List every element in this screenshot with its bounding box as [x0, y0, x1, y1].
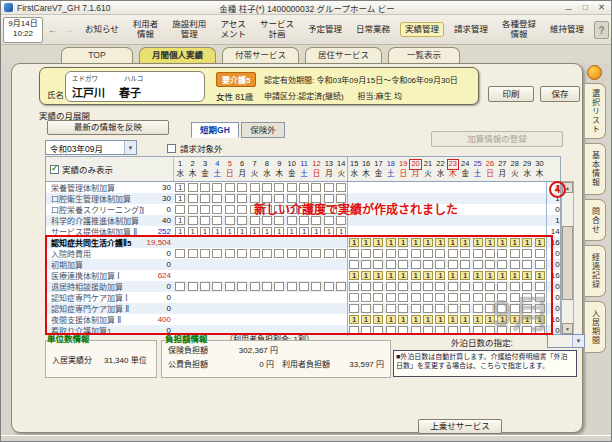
day-cell[interactable]: 1 — [448, 271, 458, 280]
day-cell[interactable]: 1 — [510, 315, 520, 324]
day-cell[interactable] — [386, 282, 396, 291]
close-button[interactable]: ✕ — [598, 2, 605, 14]
day-cell[interactable] — [373, 304, 383, 313]
day-cell[interactable] — [225, 282, 235, 291]
nav-item[interactable]: 利用者情報 — [129, 18, 163, 42]
reflect-latest-button[interactable]: 最新の情報を反映 — [47, 120, 169, 135]
day-cell[interactable] — [373, 282, 383, 291]
day-cell[interactable]: 1 — [485, 238, 495, 247]
day-cell[interactable]: 1 — [175, 227, 185, 236]
day-cell[interactable] — [535, 249, 545, 258]
day-cell[interactable]: 1 — [485, 315, 495, 324]
side-tab[interactable]: 経過記録 — [585, 245, 606, 297]
day-cell[interactable]: 1 — [535, 238, 545, 247]
day-cell[interactable] — [411, 304, 421, 313]
day-cell[interactable]: 1 — [274, 227, 284, 236]
uwanose-service-button[interactable]: 上乗せサービス — [418, 419, 502, 434]
day-cell[interactable] — [535, 282, 545, 291]
day-cell[interactable] — [386, 249, 396, 258]
day-cell[interactable]: 1 — [398, 271, 408, 280]
nav-item[interactable]: 施設利用管理 — [168, 18, 210, 42]
day-cell[interactable] — [473, 249, 483, 258]
day-cell[interactable]: 1 — [411, 271, 421, 280]
day-cell[interactable]: 1 — [435, 315, 445, 324]
nav-item[interactable]: 請求管理 — [450, 23, 492, 37]
day-cell[interactable] — [262, 282, 272, 291]
day-cell[interactable] — [497, 282, 507, 291]
day-cell[interactable] — [485, 282, 495, 291]
day-cell[interactable] — [175, 205, 185, 214]
day-cell[interactable] — [349, 293, 359, 302]
day-cell[interactable] — [398, 282, 408, 291]
day-cell[interactable] — [336, 216, 346, 225]
tab-hokengai[interactable]: 保険外 — [241, 122, 285, 138]
day-cell[interactable]: 1 — [398, 238, 408, 247]
nav-item[interactable]: お知らせ — [81, 23, 123, 37]
day-cell[interactable]: 1 — [522, 271, 532, 280]
day-cell[interactable] — [435, 260, 445, 269]
day-cell[interactable]: 1 — [497, 315, 507, 324]
day-cell[interactable] — [212, 183, 222, 192]
day-cell[interactable]: 1 — [522, 315, 532, 324]
day-cell[interactable] — [262, 216, 272, 225]
day-cell[interactable] — [361, 293, 371, 302]
day-cell[interactable] — [287, 249, 297, 258]
day-cell[interactable] — [188, 249, 198, 258]
day-cell[interactable]: 1 — [423, 315, 433, 324]
day-cell[interactable] — [510, 304, 520, 313]
day-cell[interactable] — [510, 282, 520, 291]
day-cell[interactable]: 1 — [497, 238, 507, 247]
day-cell[interactable] — [535, 326, 545, 335]
page-tab[interactable]: 付帯サービス — [222, 47, 299, 63]
day-cell[interactable] — [200, 194, 210, 203]
day-cell[interactable] — [188, 183, 198, 192]
back-arrow-icon[interactable]: ← — [48, 24, 58, 35]
day-cell[interactable] — [336, 249, 346, 258]
day-cell[interactable]: 1 — [460, 315, 470, 324]
day-cell[interactable] — [274, 249, 284, 258]
day-cell[interactable] — [386, 304, 396, 313]
day-cell[interactable] — [188, 216, 198, 225]
day-cell[interactable] — [373, 293, 383, 302]
nav-item[interactable]: 日常業務 — [352, 23, 394, 37]
maximize-button[interactable]: □ — [583, 2, 588, 14]
day-cell[interactable] — [336, 183, 346, 192]
day-cell[interactable]: 1 — [237, 227, 247, 236]
day-cell[interactable]: 1 — [373, 238, 383, 247]
day-cell[interactable] — [423, 249, 433, 258]
day-cell[interactable] — [522, 293, 532, 302]
day-cell[interactable] — [311, 249, 321, 258]
day-cell[interactable]: 1 — [448, 315, 458, 324]
day-cell[interactable]: 1 — [535, 315, 545, 324]
day-cell[interactable] — [473, 260, 483, 269]
day-cell[interactable] — [411, 326, 421, 335]
day-cell[interactable] — [287, 282, 297, 291]
day-cell[interactable] — [510, 293, 520, 302]
day-cell[interactable] — [225, 194, 235, 203]
day-cell[interactable]: 1 — [535, 271, 545, 280]
day-cell[interactable] — [535, 260, 545, 269]
day-cell[interactable] — [262, 183, 272, 192]
day-cell[interactable] — [460, 282, 470, 291]
day-cell[interactable] — [398, 293, 408, 302]
day-cell[interactable]: 1 — [522, 238, 532, 247]
day-cell[interactable] — [435, 282, 445, 291]
day-cell[interactable]: 1 — [349, 315, 359, 324]
day-cell[interactable] — [349, 326, 359, 335]
day-cell[interactable]: 1 — [423, 238, 433, 247]
day-cell[interactable] — [510, 260, 520, 269]
day-cell[interactable]: 1 — [349, 271, 359, 280]
day-cell[interactable]: 1 — [411, 238, 421, 247]
day-cell[interactable] — [423, 326, 433, 335]
day-cell[interactable] — [274, 183, 284, 192]
day-cell[interactable] — [473, 293, 483, 302]
day-cell[interactable] — [448, 304, 458, 313]
day-cell[interactable] — [200, 183, 210, 192]
day-cell[interactable] — [274, 282, 284, 291]
day-cell[interactable]: 1 — [473, 238, 483, 247]
day-cell[interactable] — [250, 282, 260, 291]
day-cell[interactable] — [497, 304, 507, 313]
day-cell[interactable] — [373, 326, 383, 335]
billing-exempt-checkbox[interactable]: 請求対象外 — [167, 142, 223, 154]
day-cell[interactable] — [460, 293, 470, 302]
